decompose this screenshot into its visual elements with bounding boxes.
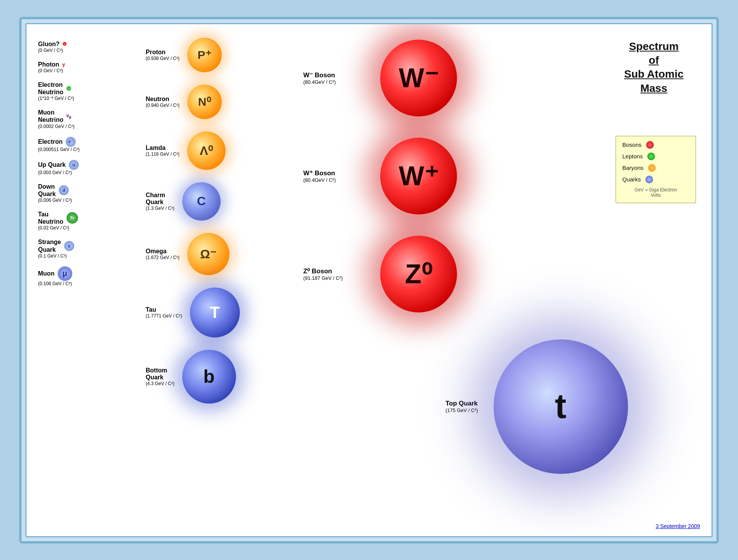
- list-item: Gluon? (0 GeV / C²): [38, 40, 126, 53]
- electron-neutrino-dot: [66, 86, 71, 91]
- legend-row: Quarks: [622, 176, 689, 183]
- medium-column: Proton (0.938 GeV / C²) P⁺ Neutron (0.94…: [146, 38, 240, 416]
- bosons-dot: [646, 141, 654, 149]
- bottom-quark-blob: b: [182, 350, 236, 404]
- up-quark-dot: u: [69, 160, 79, 170]
- list-item: Proton (0.938 GeV / C²) P⁺: [146, 38, 240, 72]
- legend-row: Baryons: [622, 164, 689, 172]
- list-item: Photon γ (0 GeV / C²): [38, 61, 126, 73]
- electron-dot: e⁻: [66, 137, 76, 147]
- baryons-dot: [648, 164, 656, 172]
- list-item: Muon μ (0.106 GeV / C²): [38, 266, 126, 286]
- top-quark-blob: t: [494, 339, 628, 474]
- main-diagram: SpectrumofSub AtomicMass Gluon? (0 GeV /…: [25, 23, 713, 537]
- list-item: Electron e⁻ (0.000511 GeV / C²): [38, 137, 126, 152]
- list-item: BottomQuark (4.3 GeV / C²) b: [146, 350, 240, 404]
- photon-symbol: γ: [62, 61, 65, 67]
- list-item: Z⁰ Boson (91.187 GeV / C²) Z⁰: [303, 236, 457, 312]
- proton-blob: P⁺: [187, 38, 222, 72]
- date-label: 3 September 2009: [656, 523, 700, 529]
- down-quark-dot: d: [59, 185, 69, 195]
- legend-box: Bosons Leptons Baryons Quarks GeV = Giga…: [615, 136, 696, 203]
- muon-neutrino-symbol: νμ: [66, 113, 71, 119]
- legend-note: GeV = Giga ElectronVolts: [622, 187, 689, 198]
- list-item: MuonNeutrino νμ (0.0002 GeV / C²): [38, 109, 126, 129]
- quarks-dot: [645, 176, 653, 183]
- leptons-dot: [647, 153, 655, 160]
- diagram-title: SpectrumofSub AtomicMass: [612, 40, 696, 96]
- list-item: Neutron (0.940 GeV / C²) N⁰: [146, 85, 240, 119]
- list-item: Tau (1.7771 GeV / C²) T: [146, 287, 240, 337]
- title-area: SpectrumofSub AtomicMass: [612, 40, 696, 96]
- z-zero-boson-blob: Z⁰: [380, 236, 457, 312]
- outer-border: SpectrumofSub AtomicMass Gluon? (0 GeV /…: [19, 17, 719, 543]
- list-item: Lamda (1.116 GeV / C²) Λ⁰: [146, 131, 240, 170]
- lambda-blob: Λ⁰: [187, 131, 226, 170]
- list-item: Omega (1.672 GeV / C²) Ω⁻: [146, 233, 240, 275]
- w-minus-boson-blob: W⁻: [380, 40, 457, 116]
- neutron-blob: N⁰: [187, 85, 222, 119]
- list-item: Up Quark u (0.003 GeV / C²): [38, 160, 126, 175]
- top-quark-section: Top Quark (175 GeV / C²) t: [445, 339, 628, 474]
- strange-quark-dot: s: [64, 241, 74, 251]
- list-item: ElectronNeutrino (1*10⁻⁸ GeV / C²): [38, 81, 126, 101]
- list-item: StrangeQuark s (0.1 GeV / C²): [38, 238, 126, 258]
- list-item: W⁺ Boson (80.4GeV / C²) W⁺: [303, 138, 457, 214]
- boson-column: W⁻ Boson (80.4GeV / C²) W⁻ W⁺ Boson (80.…: [303, 40, 457, 334]
- list-item: CharmQuark (1.3 GeV / C²) C: [146, 182, 240, 221]
- list-item: DownQuark d (0.006 GeV / C²): [38, 183, 126, 203]
- legend-row: Bosons: [622, 141, 689, 149]
- charm-quark-blob: C: [182, 182, 221, 221]
- legend-row: Leptons: [622, 153, 689, 160]
- w-plus-boson-blob: W⁺: [380, 138, 457, 214]
- omega-blob: Ω⁻: [187, 233, 229, 275]
- gluon-dot: [63, 42, 66, 46]
- list-item: W⁻ Boson (80.4GeV / C²) W⁻: [303, 40, 457, 116]
- tau-blob: T: [190, 287, 240, 337]
- list-item: TauNeutrino Te (0.02 GeV / C²): [38, 211, 126, 231]
- muon-dot: μ: [58, 266, 72, 281]
- left-column: Gluon? (0 GeV / C²) Photon γ (0 GeV / C²…: [38, 40, 126, 294]
- tau-neutrino-dot: Te: [66, 212, 78, 224]
